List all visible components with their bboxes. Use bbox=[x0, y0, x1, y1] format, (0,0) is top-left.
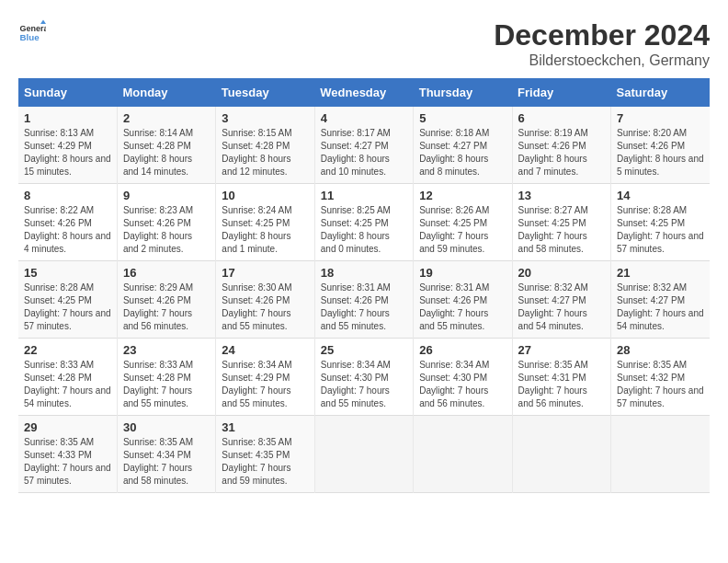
day-info: Sunrise: 8:24 AM Sunset: 4:25 PM Dayligh… bbox=[222, 204, 308, 256]
calendar-cell: 30 Sunrise: 8:35 AM Sunset: 4:34 PM Dayl… bbox=[117, 416, 215, 493]
calendar-row-3: 15 Sunrise: 8:28 AM Sunset: 4:25 PM Dayl… bbox=[18, 261, 710, 339]
day-info: Sunrise: 8:30 AM Sunset: 4:26 PM Dayligh… bbox=[222, 282, 308, 333]
calendar-cell: 23 Sunrise: 8:33 AM Sunset: 4:28 PM Dayl… bbox=[117, 339, 215, 416]
day-number: 23 bbox=[123, 343, 210, 357]
calendar-header: SundayMondayTuesdayWednesdayThursdayFrid… bbox=[18, 78, 710, 107]
header-row: SundayMondayTuesdayWednesdayThursdayFrid… bbox=[18, 78, 710, 107]
calendar-cell: 22 Sunrise: 8:33 AM Sunset: 4:28 PM Dayl… bbox=[18, 339, 117, 416]
day-info: Sunrise: 8:32 AM Sunset: 4:27 PM Dayligh… bbox=[518, 282, 605, 333]
weekday-header-sunday: Sunday bbox=[18, 78, 117, 107]
calendar-row-1: 1 Sunrise: 8:13 AM Sunset: 4:29 PM Dayli… bbox=[18, 107, 710, 184]
weekday-header-wednesday: Wednesday bbox=[314, 78, 413, 107]
day-number: 19 bbox=[419, 266, 506, 280]
day-info: Sunrise: 8:28 AM Sunset: 4:25 PM Dayligh… bbox=[617, 204, 704, 256]
svg-marker-2 bbox=[40, 20, 46, 25]
calendar-cell: 1 Sunrise: 8:13 AM Sunset: 4:29 PM Dayli… bbox=[18, 107, 117, 184]
day-number: 21 bbox=[617, 266, 704, 280]
calendar-cell: 6 Sunrise: 8:19 AM Sunset: 4:26 PM Dayli… bbox=[512, 107, 610, 184]
day-info: Sunrise: 8:14 AM Sunset: 4:28 PM Dayligh… bbox=[123, 127, 210, 178]
svg-text:General: General bbox=[20, 24, 47, 33]
calendar-cell: 13 Sunrise: 8:27 AM Sunset: 4:25 PM Dayl… bbox=[512, 184, 610, 261]
day-info: Sunrise: 8:29 AM Sunset: 4:26 PM Dayligh… bbox=[123, 282, 210, 333]
day-info: Sunrise: 8:17 AM Sunset: 4:27 PM Dayligh… bbox=[321, 127, 407, 178]
calendar-cell bbox=[314, 416, 413, 493]
day-info: Sunrise: 8:28 AM Sunset: 4:25 PM Dayligh… bbox=[24, 282, 111, 333]
day-info: Sunrise: 8:23 AM Sunset: 4:26 PM Dayligh… bbox=[123, 204, 210, 256]
calendar-cell: 21 Sunrise: 8:32 AM Sunset: 4:27 PM Dayl… bbox=[611, 261, 710, 339]
title-area: December 2024 Bilderstoeckchen, Germany bbox=[494, 18, 710, 69]
calendar-cell: 31 Sunrise: 8:35 AM Sunset: 4:35 PM Dayl… bbox=[216, 416, 314, 493]
month-title: December 2024 bbox=[494, 18, 710, 52]
calendar-cell: 25 Sunrise: 8:34 AM Sunset: 4:30 PM Dayl… bbox=[314, 339, 413, 416]
day-info: Sunrise: 8:35 AM Sunset: 4:34 PM Dayligh… bbox=[123, 436, 210, 488]
svg-text:Blue: Blue bbox=[20, 32, 40, 42]
calendar-cell: 28 Sunrise: 8:35 AM Sunset: 4:32 PM Dayl… bbox=[611, 339, 710, 416]
calendar-cell bbox=[611, 416, 710, 493]
day-number: 17 bbox=[222, 266, 308, 280]
day-number: 22 bbox=[24, 343, 111, 357]
day-info: Sunrise: 8:31 AM Sunset: 4:26 PM Dayligh… bbox=[419, 282, 506, 333]
calendar-cell: 18 Sunrise: 8:31 AM Sunset: 4:26 PM Dayl… bbox=[314, 261, 413, 339]
calendar-cell: 14 Sunrise: 8:28 AM Sunset: 4:25 PM Dayl… bbox=[611, 184, 710, 261]
day-info: Sunrise: 8:35 AM Sunset: 4:33 PM Dayligh… bbox=[24, 436, 111, 488]
calendar-cell: 12 Sunrise: 8:26 AM Sunset: 4:25 PM Dayl… bbox=[414, 184, 512, 261]
day-number: 2 bbox=[123, 111, 210, 125]
day-number: 12 bbox=[419, 189, 506, 202]
day-number: 8 bbox=[24, 189, 111, 202]
calendar-cell: 24 Sunrise: 8:34 AM Sunset: 4:29 PM Dayl… bbox=[216, 339, 314, 416]
day-number: 13 bbox=[518, 189, 605, 202]
day-number: 10 bbox=[222, 189, 308, 202]
day-info: Sunrise: 8:19 AM Sunset: 4:26 PM Dayligh… bbox=[518, 127, 605, 178]
day-info: Sunrise: 8:27 AM Sunset: 4:25 PM Dayligh… bbox=[518, 204, 605, 256]
weekday-header-monday: Monday bbox=[117, 78, 215, 107]
calendar-row-4: 22 Sunrise: 8:33 AM Sunset: 4:28 PM Dayl… bbox=[18, 339, 710, 416]
calendar-cell: 10 Sunrise: 8:24 AM Sunset: 4:25 PM Dayl… bbox=[216, 184, 314, 261]
day-number: 6 bbox=[518, 111, 605, 125]
day-number: 30 bbox=[123, 420, 210, 434]
day-number: 9 bbox=[123, 189, 210, 202]
calendar-cell: 19 Sunrise: 8:31 AM Sunset: 4:26 PM Dayl… bbox=[414, 261, 512, 339]
day-info: Sunrise: 8:35 AM Sunset: 4:35 PM Dayligh… bbox=[222, 436, 308, 488]
calendar-cell: 29 Sunrise: 8:35 AM Sunset: 4:33 PM Dayl… bbox=[18, 416, 117, 493]
location-title: Bilderstoeckchen, Germany bbox=[494, 52, 710, 69]
day-info: Sunrise: 8:25 AM Sunset: 4:25 PM Dayligh… bbox=[321, 204, 407, 256]
day-number: 24 bbox=[222, 343, 308, 357]
day-info: Sunrise: 8:34 AM Sunset: 4:30 PM Dayligh… bbox=[321, 359, 407, 410]
day-info: Sunrise: 8:22 AM Sunset: 4:26 PM Dayligh… bbox=[24, 204, 111, 256]
day-info: Sunrise: 8:34 AM Sunset: 4:29 PM Dayligh… bbox=[222, 359, 308, 410]
day-info: Sunrise: 8:15 AM Sunset: 4:28 PM Dayligh… bbox=[222, 127, 308, 178]
calendar-table: SundayMondayTuesdayWednesdayThursdayFrid… bbox=[18, 78, 710, 493]
day-number: 29 bbox=[24, 420, 111, 434]
day-info: Sunrise: 8:35 AM Sunset: 4:31 PM Dayligh… bbox=[518, 359, 605, 410]
calendar-cell: 17 Sunrise: 8:30 AM Sunset: 4:26 PM Dayl… bbox=[216, 261, 314, 339]
day-info: Sunrise: 8:13 AM Sunset: 4:29 PM Dayligh… bbox=[24, 127, 111, 178]
calendar-cell: 15 Sunrise: 8:28 AM Sunset: 4:25 PM Dayl… bbox=[18, 261, 117, 339]
calendar-cell: 9 Sunrise: 8:23 AM Sunset: 4:26 PM Dayli… bbox=[117, 184, 215, 261]
day-number: 16 bbox=[123, 266, 210, 280]
day-number: 11 bbox=[321, 189, 407, 202]
calendar-cell: 3 Sunrise: 8:15 AM Sunset: 4:28 PM Dayli… bbox=[216, 107, 314, 184]
day-info: Sunrise: 8:31 AM Sunset: 4:26 PM Dayligh… bbox=[321, 282, 407, 333]
calendar-cell: 11 Sunrise: 8:25 AM Sunset: 4:25 PM Dayl… bbox=[314, 184, 413, 261]
calendar-cell: 2 Sunrise: 8:14 AM Sunset: 4:28 PM Dayli… bbox=[117, 107, 215, 184]
day-info: Sunrise: 8:32 AM Sunset: 4:27 PM Dayligh… bbox=[617, 282, 704, 333]
day-number: 28 bbox=[617, 343, 704, 357]
calendar-body: 1 Sunrise: 8:13 AM Sunset: 4:29 PM Dayli… bbox=[18, 107, 710, 493]
calendar-cell: 7 Sunrise: 8:20 AM Sunset: 4:26 PM Dayli… bbox=[611, 107, 710, 184]
calendar-cell bbox=[414, 416, 512, 493]
calendar-cell: 4 Sunrise: 8:17 AM Sunset: 4:27 PM Dayli… bbox=[314, 107, 413, 184]
day-number: 5 bbox=[419, 111, 506, 125]
day-number: 18 bbox=[321, 266, 407, 280]
day-number: 31 bbox=[222, 420, 308, 434]
calendar-cell: 20 Sunrise: 8:32 AM Sunset: 4:27 PM Dayl… bbox=[512, 261, 610, 339]
calendar-cell: 5 Sunrise: 8:18 AM Sunset: 4:27 PM Dayli… bbox=[414, 107, 512, 184]
weekday-header-friday: Friday bbox=[512, 78, 610, 107]
day-info: Sunrise: 8:33 AM Sunset: 4:28 PM Dayligh… bbox=[123, 359, 210, 410]
logo: General Blue bbox=[18, 18, 46, 46]
day-number: 15 bbox=[24, 266, 111, 280]
day-number: 26 bbox=[419, 343, 506, 357]
day-number: 14 bbox=[617, 189, 704, 202]
day-info: Sunrise: 8:20 AM Sunset: 4:26 PM Dayligh… bbox=[617, 127, 704, 178]
logo-icon: General Blue bbox=[18, 18, 46, 46]
day-info: Sunrise: 8:18 AM Sunset: 4:27 PM Dayligh… bbox=[419, 127, 506, 178]
